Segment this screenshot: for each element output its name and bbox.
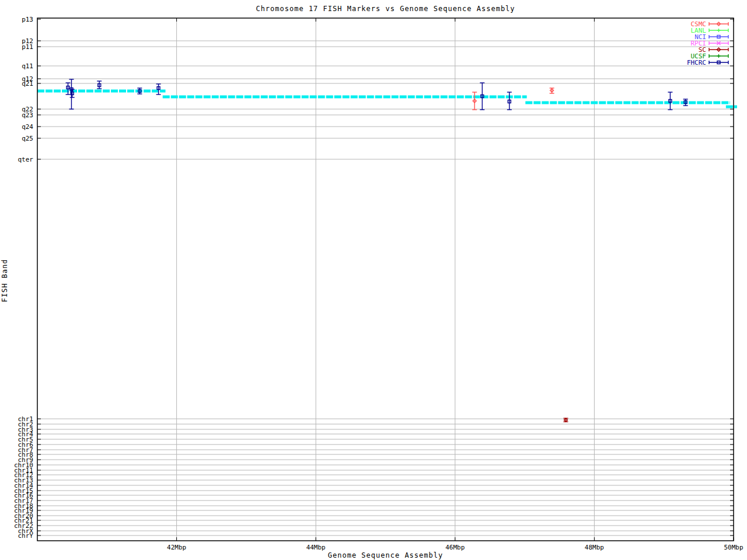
fish-marker-chart: Chromosome 17 FISH Markers vs Genome Seq… <box>0 0 747 560</box>
legend-label-FHCRC: FHCRC <box>687 59 706 66</box>
x-tick-labels: 42Mbp44Mbp46Mbp48Mbp50Mbp <box>167 544 743 551</box>
plot-canvas: p13p12p11q11q12q21q22q23q24q25qterchr1ch… <box>0 0 747 560</box>
series-CSMC <box>472 88 554 110</box>
y-tick-qter: qter <box>18 156 34 163</box>
y-tick-chrY: chrY <box>18 532 34 540</box>
x-tick-50Mbp: 50Mbp <box>724 544 743 551</box>
y-tick-q21: q21 <box>22 80 33 88</box>
y-tick-p11: p11 <box>22 43 33 51</box>
assembly-segments <box>37 91 737 107</box>
y-tick-p13: p13 <box>22 16 33 23</box>
x-tick-48Mbp: 48Mbp <box>585 544 604 551</box>
x-tick-42Mbp: 42Mbp <box>167 544 186 551</box>
legend: CSMCLANLNCIRPCISCUCSFFHCRC <box>687 20 728 66</box>
y-tick-q24: q24 <box>22 123 33 131</box>
x-tick-46Mbp: 46Mbp <box>445 544 465 551</box>
y-tick-q25: q25 <box>22 135 33 142</box>
y-tick-labels: p13p12p11q11q12q21q22q23q24q25qterchr1ch… <box>14 16 33 540</box>
x-tick-44Mbp: 44Mbp <box>306 544 326 551</box>
y-tick-q11: q11 <box>22 62 33 70</box>
y-tick-q23: q23 <box>22 111 33 119</box>
